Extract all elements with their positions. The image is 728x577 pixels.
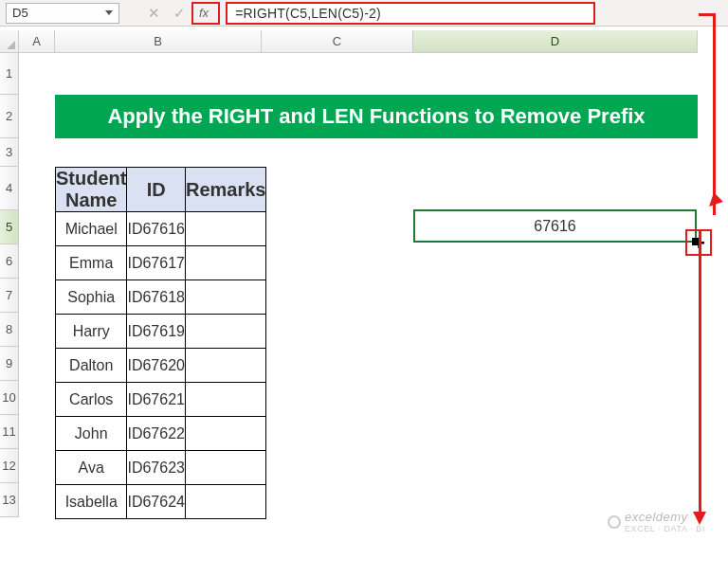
row-header-10[interactable]: 10 bbox=[0, 381, 19, 415]
col-header-b[interactable]: B bbox=[55, 30, 262, 53]
cell-id[interactable]: ID67619 bbox=[127, 315, 186, 349]
row-header-9[interactable]: 9 bbox=[0, 347, 19, 381]
watermark-tag: EXCEL · DATA · BI bbox=[625, 524, 705, 533]
row-header-7[interactable]: 7 bbox=[0, 279, 19, 313]
cell-remarks[interactable] bbox=[185, 349, 266, 383]
table-row: JohnID67622 bbox=[56, 417, 266, 451]
row-header-5[interactable]: 5 bbox=[0, 210, 19, 244]
select-all-corner[interactable] bbox=[0, 30, 19, 53]
col-header-c[interactable]: C bbox=[262, 30, 413, 53]
enter-icon[interactable]: ✓ bbox=[173, 5, 186, 22]
header-id[interactable]: ID bbox=[127, 168, 186, 212]
annotation-arrow bbox=[713, 13, 716, 212]
cell-remarks[interactable] bbox=[185, 485, 266, 519]
table-row: HarryID67619 bbox=[56, 315, 266, 349]
col-header-d[interactable]: D bbox=[413, 30, 698, 53]
cell-id[interactable]: ID67617 bbox=[127, 246, 186, 280]
formula-bar[interactable]: =RIGHT(C5,LEN(C5)-2) bbox=[226, 2, 595, 25]
table-row: CarlosID67621 bbox=[56, 383, 266, 417]
logo-icon bbox=[608, 515, 621, 529]
table-row: IsabellaID67624 bbox=[56, 485, 266, 519]
row-header-4[interactable]: 4 bbox=[0, 167, 19, 210]
chevron-down-icon[interactable] bbox=[105, 10, 113, 15]
row-header-13[interactable]: 13 bbox=[0, 483, 19, 517]
cell-name[interactable]: Michael bbox=[56, 212, 127, 246]
row-header-12[interactable]: 12 bbox=[0, 449, 19, 483]
row-header-2[interactable]: 2 bbox=[0, 95, 19, 138]
name-box-value: D5 bbox=[12, 6, 28, 20]
cell-name[interactable]: Ava bbox=[56, 451, 127, 485]
cell-remarks[interactable] bbox=[185, 315, 266, 349]
watermark-brand: exceldemy bbox=[625, 510, 688, 524]
cell-name[interactable]: Harry bbox=[56, 315, 127, 349]
name-box[interactable]: D5 bbox=[6, 3, 119, 24]
cell-remarks[interactable] bbox=[185, 246, 266, 280]
row-header-8[interactable]: 8 bbox=[0, 313, 19, 347]
fx-label-box: fx bbox=[191, 2, 220, 25]
cell-name[interactable]: John bbox=[56, 417, 127, 451]
table-row: EmmaID67617 bbox=[56, 246, 266, 280]
title-banner: Apply the RIGHT and LEN Functions to Rem… bbox=[55, 95, 698, 138]
cell-remarks[interactable] bbox=[185, 383, 266, 417]
cell-id[interactable]: ID67621 bbox=[127, 383, 186, 417]
row-headers: 1 2 3 4 5 6 7 8 9 10 11 12 13 bbox=[0, 53, 19, 517]
cell-remarks[interactable] bbox=[185, 451, 266, 485]
table-row: SophiaID67618 bbox=[56, 280, 266, 315]
cell-remarks[interactable] bbox=[185, 280, 266, 315]
col-header-a[interactable]: A bbox=[19, 30, 55, 53]
cell-id[interactable]: ID67623 bbox=[127, 451, 186, 485]
cell-name[interactable]: Emma bbox=[56, 246, 127, 280]
formula-bar-row: D5 ✕ ✓ fx =RIGHT(C5,LEN(C5)-2) bbox=[0, 0, 728, 27]
cancel-icon[interactable]: ✕ bbox=[148, 5, 160, 22]
row-header-6[interactable]: 6 bbox=[0, 244, 19, 279]
cell-remarks[interactable] bbox=[185, 212, 266, 246]
cell-id[interactable]: ID67618 bbox=[127, 280, 186, 315]
table-row: MichaelID67616 bbox=[56, 212, 266, 246]
cell-name[interactable]: Carlos bbox=[56, 383, 127, 417]
row-header-3[interactable]: 3 bbox=[0, 138, 19, 167]
column-headers: A B C D bbox=[19, 30, 698, 53]
title-text: Apply the RIGHT and LEN Functions to Rem… bbox=[107, 104, 645, 129]
fx-icon[interactable]: fx bbox=[199, 6, 209, 20]
cell-remarks[interactable] bbox=[185, 417, 266, 451]
selected-cell-value: 67616 bbox=[534, 218, 576, 235]
formula-text: =RIGHT(C5,LEN(C5)-2) bbox=[235, 6, 381, 21]
fx-controls: ✕ ✓ bbox=[148, 5, 186, 22]
header-remarks[interactable]: Remarks bbox=[185, 168, 266, 212]
annotation-arrow bbox=[699, 231, 701, 515]
annotation-arrow bbox=[713, 212, 716, 215]
cell-name[interactable]: Sophia bbox=[56, 280, 127, 315]
row-header-11[interactable]: 11 bbox=[0, 415, 19, 449]
row-header-1[interactable]: 1 bbox=[0, 53, 19, 95]
selected-cell-d5[interactable]: 67616 bbox=[413, 209, 697, 243]
table-row: DaltonID67620 bbox=[56, 349, 266, 383]
cell-name[interactable]: Dalton bbox=[56, 349, 127, 383]
worksheet-grid[interactable]: A B C D 1 2 3 4 5 6 7 8 9 10 11 12 13 Ap… bbox=[0, 30, 728, 577]
header-name[interactable]: Student Name bbox=[56, 168, 127, 212]
cell-id[interactable]: ID67616 bbox=[127, 212, 186, 246]
cell-id[interactable]: ID67622 bbox=[127, 417, 186, 451]
cell-name[interactable]: Isabella bbox=[56, 485, 127, 519]
table-row: AvaID67623 bbox=[56, 451, 266, 485]
table-header-row: Student Name ID Remarks bbox=[56, 168, 266, 212]
cell-id[interactable]: ID67624 bbox=[127, 485, 186, 519]
cell-id[interactable]: ID67620 bbox=[127, 349, 186, 383]
data-table: Student Name ID Remarks MichaelID67616Em… bbox=[55, 167, 266, 519]
watermark: exceldemy EXCEL · DATA · BI bbox=[608, 510, 705, 533]
